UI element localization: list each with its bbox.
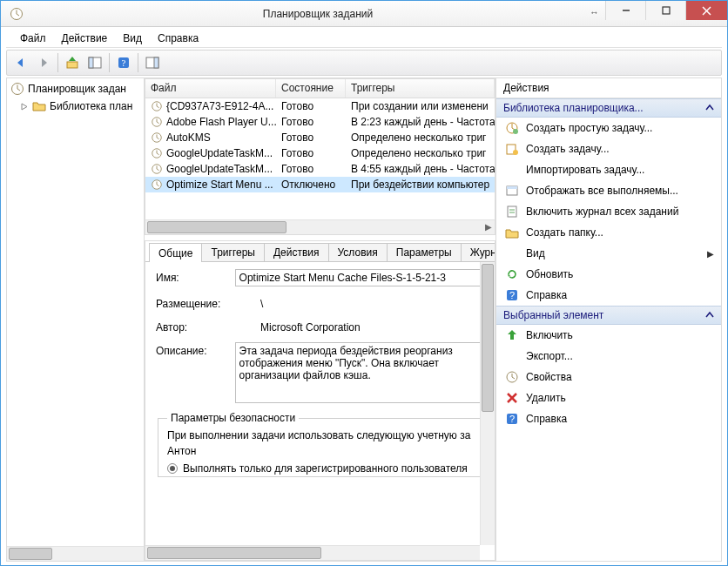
enable-log-icon xyxy=(505,205,519,219)
collapse-icon xyxy=(705,104,714,112)
task-table: Файл Состояние Триггеры {CD937A73-E912-4… xyxy=(145,78,495,235)
action-enable[interactable]: Включить xyxy=(496,325,721,346)
clock-icon xyxy=(151,131,163,144)
tree-pane: Планировщик задан Библиотека план xyxy=(7,78,145,561)
table-hscrollbar[interactable]: ▶ xyxy=(145,219,495,234)
table-row[interactable]: AutoKMSГотовоОпределено несколько триг xyxy=(145,130,495,145)
details-panel: Общие Триггеры Действия Условия Параметр… xyxy=(145,240,495,561)
refresh-icon xyxy=(505,267,519,281)
show-hide-actions-button[interactable] xyxy=(142,52,163,73)
tree-root-label: Планировщик задан xyxy=(28,83,126,95)
name-label: Имя: xyxy=(156,269,235,284)
action-delete[interactable]: Удалить xyxy=(496,387,721,408)
tab-general[interactable]: Общие xyxy=(149,243,202,262)
delete-icon xyxy=(505,391,519,405)
enable-icon xyxy=(505,328,519,342)
author-label: Автор: xyxy=(156,319,260,334)
table-row[interactable]: GoogleUpdateTaskM...ГотовоОпределено нес… xyxy=(145,145,495,161)
tree-hscrollbar[interactable] xyxy=(7,546,144,561)
action-export[interactable]: Экспорт... xyxy=(496,346,721,367)
run-only-logged-label: Выполнять только для зарегистрированного… xyxy=(183,462,468,475)
svg-rect-13 xyxy=(154,57,158,68)
run-only-logged-radio[interactable] xyxy=(167,463,178,474)
close-button[interactable] xyxy=(685,1,727,20)
clock-icon xyxy=(151,179,163,191)
col-header-state[interactable]: Состояние xyxy=(276,79,346,98)
tree-library-node[interactable]: Библиотека план xyxy=(7,98,144,115)
action-help-1[interactable]: ? Справка xyxy=(496,285,721,306)
security-account-line: При выполнении задачи использовать следу… xyxy=(167,429,475,441)
action-new-folder[interactable]: Создать папку... xyxy=(496,222,721,243)
actions-group-selected-label: Выбранный элемент xyxy=(503,309,603,321)
menu-action[interactable]: Действие xyxy=(55,30,115,47)
action-show-running[interactable]: Отображать все выполняемы... xyxy=(496,180,721,201)
svg-point-36 xyxy=(513,129,518,134)
tab-actions[interactable]: Действия xyxy=(264,243,329,261)
menu-help[interactable]: Справка xyxy=(151,30,206,47)
tree-root-node[interactable]: Планировщик задан xyxy=(7,80,144,98)
maximize-button[interactable] xyxy=(645,1,685,20)
actions-pane: Действия Библиотека планировщика... Созд… xyxy=(496,78,721,561)
minimize-button[interactable] xyxy=(605,1,645,20)
actions-group-library-label: Библиотека планировщика... xyxy=(503,102,644,114)
tab-conditions[interactable]: Условия xyxy=(328,243,388,261)
table-row[interactable]: Adobe Flash Player U...ГотовоВ 2:23 кажд… xyxy=(145,114,495,130)
col-header-file[interactable]: Файл xyxy=(145,79,276,98)
window-title: Планировщик заданий xyxy=(30,8,605,20)
create-task-icon xyxy=(505,142,519,156)
svg-rect-40 xyxy=(507,186,517,189)
table-row[interactable]: GoogleUpdateTaskM...ГотовоВ 4:55 каждый … xyxy=(145,161,495,177)
svg-point-38 xyxy=(513,150,518,155)
svg-rect-4 xyxy=(663,7,670,14)
description-field[interactable] xyxy=(235,342,486,403)
svg-text:?: ? xyxy=(509,290,515,300)
svg-rect-9 xyxy=(89,57,93,68)
help-icon: ? xyxy=(505,288,519,302)
actions-group-selected[interactable]: Выбранный элемент xyxy=(496,306,721,325)
col-header-triggers[interactable]: Триггеры xyxy=(346,79,495,98)
tab-log[interactable]: Журн xyxy=(461,243,495,261)
titlebar: Планировщик заданий ↔ xyxy=(1,1,727,27)
action-view[interactable]: Вид ▶ xyxy=(496,243,721,264)
properties-icon xyxy=(505,370,519,384)
table-row[interactable]: {CD937A73-E912-4A...ГотовоПри создании и… xyxy=(145,98,495,114)
back-button[interactable] xyxy=(10,52,31,73)
svg-text:?: ? xyxy=(122,57,126,68)
clock-icon xyxy=(151,100,163,112)
actions-title: Действия xyxy=(496,78,721,98)
create-basic-icon xyxy=(505,121,519,135)
clock-icon xyxy=(10,82,24,96)
up-button[interactable] xyxy=(62,52,83,73)
show-hide-tree-button[interactable] xyxy=(84,52,105,73)
help-button[interactable]: ? xyxy=(113,52,134,73)
action-refresh[interactable]: Обновить xyxy=(496,264,721,285)
app-icon xyxy=(10,7,24,21)
forward-button[interactable] xyxy=(33,52,54,73)
help-icon: ? xyxy=(505,412,519,426)
action-import-task[interactable]: Импортировать задачу... xyxy=(496,159,721,180)
center-pane: Файл Состояние Триггеры {CD937A73-E912-4… xyxy=(145,78,496,561)
tab-params[interactable]: Параметры xyxy=(387,243,462,261)
security-params-group: Параметры безопасности При выполнении за… xyxy=(158,412,484,477)
menu-view[interactable]: Вид xyxy=(116,30,149,47)
actions-group-library[interactable]: Библиотека планировщика... xyxy=(496,98,721,118)
tab-triggers[interactable]: Триггеры xyxy=(201,243,265,261)
security-params-legend: Параметры безопасности xyxy=(167,412,299,424)
author-value: Microsoft Corporation xyxy=(260,319,486,334)
name-field[interactable] xyxy=(235,269,486,286)
folder-icon xyxy=(32,99,46,113)
action-enable-log[interactable]: Включить журнал всех заданий xyxy=(496,201,721,222)
details-vscrollbar[interactable] xyxy=(480,262,495,545)
details-hscrollbar[interactable] xyxy=(145,545,480,560)
action-create-basic-task[interactable]: Создать простую задачу... xyxy=(496,118,721,138)
menu-file[interactable]: Файл xyxy=(13,30,53,47)
chevron-right-icon: ▶ xyxy=(707,249,714,259)
table-row[interactable]: Optimize Start Menu ...ОтключеноПри безд… xyxy=(145,177,495,192)
action-properties[interactable]: Свойства xyxy=(496,367,721,387)
svg-rect-41 xyxy=(508,206,516,217)
action-help-2[interactable]: ? Справка xyxy=(496,408,721,429)
show-running-icon xyxy=(505,184,519,198)
location-label: Размещение: xyxy=(156,295,260,310)
toolbar: ? xyxy=(6,50,722,76)
action-create-task[interactable]: Создать задачу... xyxy=(496,138,721,159)
